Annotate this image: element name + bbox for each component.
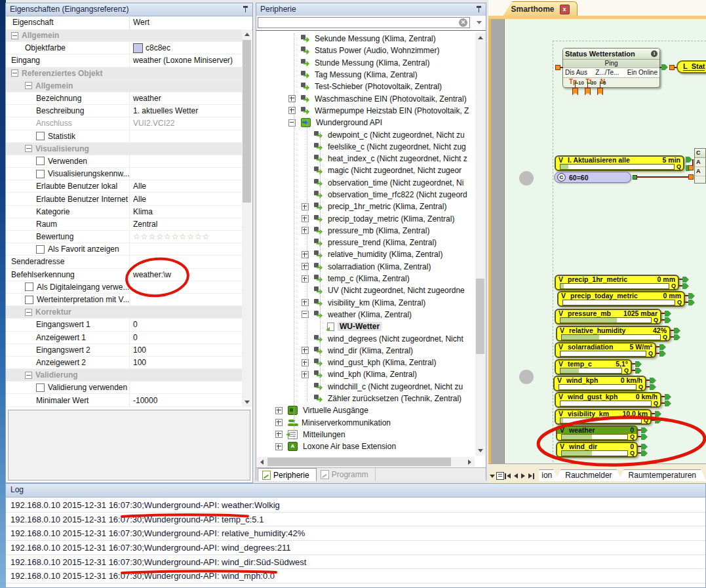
input-port-icon[interactable] <box>555 65 560 70</box>
sheet-tab[interactable]: Rauchmelder <box>555 469 621 481</box>
property-row[interactable]: Verwenden <box>6 155 243 168</box>
value-block[interactable]: V visibility_km 10,0 km Q <box>555 409 652 425</box>
value-block[interactable]: V relative_humidity 42% Q <box>556 326 671 342</box>
output-port-icon[interactable] <box>674 334 680 340</box>
tree-item[interactable]: Sekunde Messung (Klima, Zentral) <box>256 33 476 45</box>
tree-item[interactable]: Waschmaschine EIN (Photovoltaik, Zentral… <box>256 92 476 104</box>
property-row[interactable]: Validierung verwenden <box>6 382 243 394</box>
property-value-cell[interactable]: Alle <box>130 195 243 204</box>
value-block[interactable]: V wind_dir 0 Q <box>556 442 638 458</box>
checkbox[interactable] <box>25 283 33 291</box>
tree-item[interactable]: visibility_km (Klima, Zentral) <box>256 297 476 309</box>
tree-expander-icon[interactable] <box>275 419 283 426</box>
tree-item[interactable]: solarradiation (Klima, Zentral) <box>256 261 476 273</box>
connector-icon[interactable] <box>688 165 694 170</box>
collapse-icon[interactable] <box>25 309 32 316</box>
property-value-cell[interactable]: weather (Loxone Miniserver) <box>130 56 243 65</box>
output-port-icon[interactable] <box>665 401 671 406</box>
tree-item[interactable]: WU-Wetter <box>256 321 476 332</box>
scroll-down-icon[interactable] <box>475 446 485 456</box>
scroll-up-icon[interactable] <box>475 33 485 43</box>
tree-expander-icon[interactable] <box>302 203 309 210</box>
tree-item[interactable]: dewpoint_c (Nicht zugeordnet, Nicht zu <box>256 128 476 140</box>
value-block[interactable]: V pressure_mb 1025 mbar Q <box>555 309 661 324</box>
tree-item[interactable]: wind_kph (Klima, Zentral) <box>256 368 476 380</box>
tree-item[interactable]: pressure_mb (Klima, Zentral) <box>256 225 476 237</box>
pin-icon[interactable] <box>243 6 248 13</box>
tree-item[interactable]: magic (Nicht zugeordnet, Nicht zugeor <box>256 165 476 176</box>
scroll-down-icon[interactable] <box>242 397 252 407</box>
output-port-icon[interactable] <box>650 378 656 383</box>
tree-item[interactable]: precip_today_metric (Klima, Zentral) <box>256 212 476 224</box>
panel-tab[interactable]: Peripherie <box>258 468 317 481</box>
output-port-icon[interactable] <box>650 384 656 390</box>
param-flag-icon[interactable] <box>585 88 591 95</box>
scroll-up-icon[interactable] <box>242 29 252 39</box>
sheet-tab[interactable]: ion <box>539 469 559 481</box>
scrollbar-thumb[interactable] <box>243 40 251 203</box>
property-row[interactable]: Senderadresse <box>6 256 243 268</box>
output-port-icon[interactable] <box>641 434 648 440</box>
property-row[interactable]: Bezeichnung weather <box>6 92 243 105</box>
tree-item[interactable]: windchill_c (Nicht zugeordnet, Nicht zu <box>256 381 476 393</box>
panel-tab[interactable]: Programm <box>317 468 376 481</box>
property-value-cell[interactable]: Klima <box>130 207 243 216</box>
tree-item[interactable]: Wärmepumpe Heizstab EIN (Photovoltaik, Z <box>256 105 476 117</box>
tree-expander-icon[interactable] <box>288 95 296 102</box>
property-row[interactable]: Eingang weather (Loxone Miniserver) <box>6 54 243 67</box>
output-port-icon[interactable] <box>635 361 642 367</box>
value-block[interactable]: V solarradiation 5 W/m² Q <box>555 342 656 358</box>
property-value-cell[interactable]: ☆☆☆☆☆☆☆☆☆☆ <box>130 232 243 241</box>
property-row[interactable]: Eingangswert 2 100 <box>6 344 243 357</box>
output-port-icon[interactable] <box>665 394 671 400</box>
tree-item[interactable]: Wunderground API <box>256 117 476 128</box>
output-port-icon[interactable] <box>682 283 689 289</box>
tree-horizontal-scrollbar[interactable] <box>257 457 475 467</box>
property-value-cell[interactable]: 1. aktuelles Wetter <box>130 106 243 115</box>
property-row[interactable]: Anzeigewert 1 0 <box>6 332 243 344</box>
value-block[interactable]: V precip_today_metric 0 mm Q <box>557 291 685 307</box>
param-flag-icon[interactable] <box>597 88 603 95</box>
property-row[interactable]: Als Favorit anzeigen <box>6 243 243 256</box>
sheet-tab[interactable]: Raumtemperaturen <box>619 469 706 481</box>
tree-expander-icon[interactable] <box>275 407 283 414</box>
checkbox[interactable] <box>25 296 33 304</box>
collapse-icon[interactable] <box>25 145 32 152</box>
scrollbar-thumb[interactable] <box>476 279 484 354</box>
property-row[interactable]: Erlaubte Benutzer Internet Alle <box>6 193 243 205</box>
column-header-value[interactable]: Wert <box>130 16 149 29</box>
tree-expander-icon[interactable] <box>302 251 309 258</box>
comparator-block[interactable]: C 60=60 <box>554 172 631 183</box>
checkbox[interactable] <box>36 245 45 254</box>
collapse-icon[interactable] <box>11 32 18 39</box>
output-port-icon[interactable] <box>633 175 637 180</box>
property-row[interactable]: Anzeigewert 2 100 <box>6 357 243 369</box>
value-block[interactable]: V wind_kph 0 km/h Q <box>553 376 646 391</box>
property-row[interactable]: Objektfarbe c8c8ec <box>6 42 243 54</box>
tree-expander-icon[interactable] <box>302 371 309 378</box>
output-port-icon[interactable] <box>665 311 671 317</box>
tree-item[interactable]: Tag Messung (Klima, Zentral) <box>256 69 476 81</box>
output-port-icon[interactable] <box>688 293 695 299</box>
tree-expander-icon[interactable] <box>302 275 309 283</box>
property-value-cell[interactable]: -10000 <box>130 396 243 405</box>
property-row[interactable]: Raum Zentral <box>6 218 243 231</box>
checkbox[interactable] <box>36 170 45 178</box>
tree-item[interactable]: observation_time_rfc822 (Nicht zugeord <box>256 189 476 201</box>
property-row[interactable]: Visualisierungskennw... <box>6 168 243 180</box>
filter-dropdown-icon[interactable] <box>477 21 482 24</box>
property-value-cell[interactable]: Zentral <box>130 220 243 229</box>
value-block[interactable]: V weather 0 Q <box>556 425 638 441</box>
output-port-icon[interactable] <box>665 317 671 323</box>
property-row[interactable]: Referenziertes Objekt <box>6 68 243 80</box>
property-value-cell[interactable]: weather <box>130 94 243 103</box>
output-port-icon[interactable] <box>641 450 648 456</box>
tree-item[interactable]: wind_degrees (Nicht zugeordnet, Nicht <box>256 332 476 344</box>
tree-item[interactable]: UV (Nicht zugeordnet, Nicht zugeordne <box>256 284 476 296</box>
tree-scrollbar[interactable] <box>475 33 485 456</box>
property-row[interactable]: Befehlserkennung weather:\w <box>6 269 243 281</box>
property-value-cell[interactable]: 100 <box>130 345 243 355</box>
property-value-cell[interactable]: VUI2.VCI22 <box>130 119 243 128</box>
property-row[interactable]: Als Digitaleingang verwe... <box>6 281 243 294</box>
output-port-icon[interactable] <box>674 328 680 334</box>
